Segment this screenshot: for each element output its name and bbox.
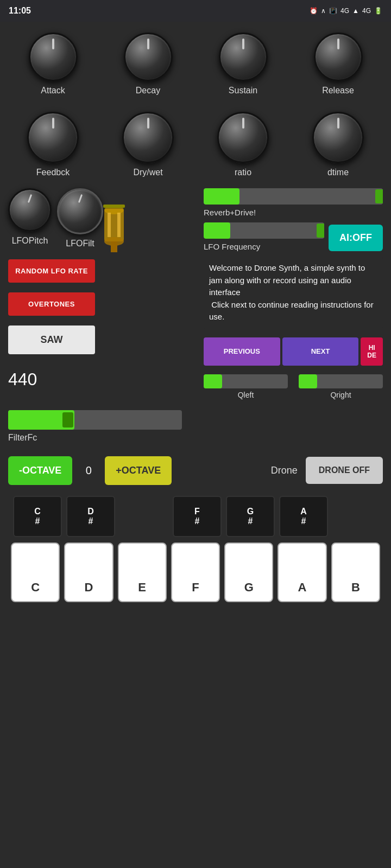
battery-icon: 🔋	[374, 7, 382, 15]
svg-rect-2	[108, 213, 111, 237]
key-a[interactable]: A	[278, 542, 326, 602]
reverb-drive-slider[interactable]	[204, 188, 383, 205]
key-c-sharp[interactable]: C #	[13, 496, 62, 537]
release-knob[interactable]	[314, 33, 363, 81]
filterfc-slider[interactable]	[8, 410, 182, 430]
status-bar: 11:05 ⏰ ∧ 📳 4G ▲ 4G 🔋	[0, 0, 391, 22]
release-label: Release	[322, 86, 354, 95]
bluetooth-icon: ∧	[321, 7, 326, 15]
wifi-icon: ▲	[352, 7, 359, 15]
piano-section: C # D # F # G # A # C D	[0, 490, 391, 602]
svg-rect-6	[103, 205, 125, 208]
nav-buttons-row: PREVIOUS NEXT HIDE	[204, 337, 383, 366]
alarm-icon: ⏰	[310, 7, 318, 15]
black-key-spacer-1	[119, 496, 168, 539]
sustain-knob[interactable]	[219, 33, 268, 81]
key-g[interactable]: G	[224, 542, 273, 602]
drywet-knob[interactable]	[122, 112, 174, 163]
qleft-label: Qleft	[204, 391, 288, 399]
knob-decay: Decay	[108, 33, 189, 95]
q-sliders: Qleft Qright	[204, 374, 383, 399]
key-d[interactable]: D	[64, 542, 113, 602]
lfo-knobs: LFOPitch LFOFilt	[8, 188, 193, 248]
knob-sustain: Sustain	[203, 33, 284, 95]
filterfc-label: FilterFc	[8, 433, 383, 443]
lfo-freq-container: LFO Frequency	[204, 222, 324, 251]
decay-label: Decay	[136, 86, 160, 95]
knob-release: Release	[298, 33, 379, 95]
drone-section: Drone DRONE OFF	[271, 457, 383, 484]
lfo-left: LFOPitch LFOFilt	[8, 188, 193, 399]
reverb-drive-label: Reverb+Drive!	[204, 208, 383, 217]
frequency-display: 440	[8, 364, 193, 395]
key-c[interactable]: C	[11, 542, 60, 602]
svg-rect-5	[111, 241, 117, 252]
ratio-knob[interactable]	[217, 112, 269, 163]
octave-section: -OCTAVE 0 +OCTAVE Drone DRONE OFF	[0, 445, 391, 490]
reverb-drive-container: Reverb+Drive!	[204, 188, 383, 217]
drone-label: Drone	[271, 465, 298, 476]
drywet-label: Dry/wet	[133, 168, 162, 177]
lfo-freq-label: LFO Frequency	[204, 242, 324, 251]
overtones-button[interactable]: OVERTONES	[8, 292, 95, 316]
status-time: 11:05	[9, 6, 31, 16]
key-f-sharp[interactable]: F #	[173, 496, 222, 537]
svg-rect-3	[117, 213, 121, 237]
ratio-label: ratio	[235, 168, 251, 177]
feedbck-label: Feedbck	[36, 168, 70, 177]
qleft-slider[interactable]	[204, 374, 288, 388]
feedbck-knob[interactable]	[27, 112, 79, 163]
next-button[interactable]: NEXT	[282, 337, 359, 366]
sustain-label: Sustain	[229, 86, 257, 95]
signal-4g-icon: 4G	[340, 7, 349, 15]
qleft-item: Qleft	[204, 374, 288, 399]
lfo-pitch-label: LFOPitch	[12, 236, 48, 246]
knob-drywet: Dry/wet	[108, 112, 189, 177]
dtime-label: dtime	[327, 168, 349, 177]
qright-slider[interactable]	[299, 374, 383, 388]
key-e[interactable]: E	[118, 542, 167, 602]
key-g-sharp[interactable]: G #	[226, 496, 275, 537]
key-b[interactable]: B	[331, 542, 380, 602]
filter-section: FilterFc	[0, 405, 391, 445]
black-keys-row: C # D # F # G # A #	[5, 496, 386, 539]
drone-off-button[interactable]: DRONE OFF	[306, 457, 383, 484]
lfo-freq-slider[interactable]	[204, 222, 324, 239]
svg-rect-1	[104, 209, 124, 241]
lfo-filt-knob-item: LFOFilt	[57, 188, 103, 248]
instructions-text: Welcome to Drone Synth, a simple synth t…	[209, 263, 374, 321]
knob-attack: Attack	[12, 33, 94, 95]
attack-label: Attack	[41, 86, 65, 95]
status-icons: ⏰ ∧ 📳 4G ▲ 4G 🔋	[310, 7, 382, 15]
previous-button[interactable]: PREVIOUS	[204, 337, 280, 366]
knob-feedbck: Feedbck	[12, 112, 94, 177]
octave-value: 0	[78, 464, 99, 477]
attack-knob[interactable]	[29, 33, 78, 81]
hide-button[interactable]: HIDE	[361, 337, 383, 366]
valve-icon	[87, 199, 141, 259]
dtime-knob[interactable]	[312, 112, 364, 163]
qright-item: Qright	[299, 374, 383, 399]
instructions-box: Welcome to Drone Synth, a simple synth t…	[204, 257, 383, 329]
key-a-sharp[interactable]: A #	[279, 496, 328, 537]
knobs-row-2: Feedbck Dry/wet ratio dtime	[0, 101, 391, 183]
plus-octave-button[interactable]: +OCTAVE	[105, 456, 172, 485]
vibrate-icon: 📳	[329, 7, 337, 15]
knobs-row-1: Attack Decay Sustain Release	[0, 22, 391, 101]
decay-knob[interactable]	[124, 33, 173, 81]
key-d-sharp[interactable]: D #	[66, 496, 115, 537]
minus-octave-button[interactable]: -OCTAVE	[8, 456, 72, 485]
lfo-section: LFOPitch LFOFilt	[0, 183, 391, 405]
random-lfo-rate-button[interactable]: RANDOM LFO RATE	[8, 259, 95, 283]
key-f[interactable]: F	[171, 542, 220, 602]
qright-label: Qright	[299, 391, 383, 399]
main-content: Attack Decay Sustain Release Feedbck Dry…	[0, 22, 391, 868]
knob-dtime: dtime	[298, 112, 379, 177]
ai-button[interactable]: AI:OFF	[329, 225, 383, 251]
white-keys-row: C D E F G A B	[5, 542, 386, 602]
knob-ratio: ratio	[203, 112, 284, 177]
lfo-pitch-knob[interactable]	[8, 188, 52, 232]
saw-button[interactable]: SAW	[8, 326, 95, 354]
signal-icon: 4G	[362, 7, 371, 15]
lfo-right: Reverb+Drive! LFO Frequency AI:OFF Welco…	[204, 188, 383, 399]
